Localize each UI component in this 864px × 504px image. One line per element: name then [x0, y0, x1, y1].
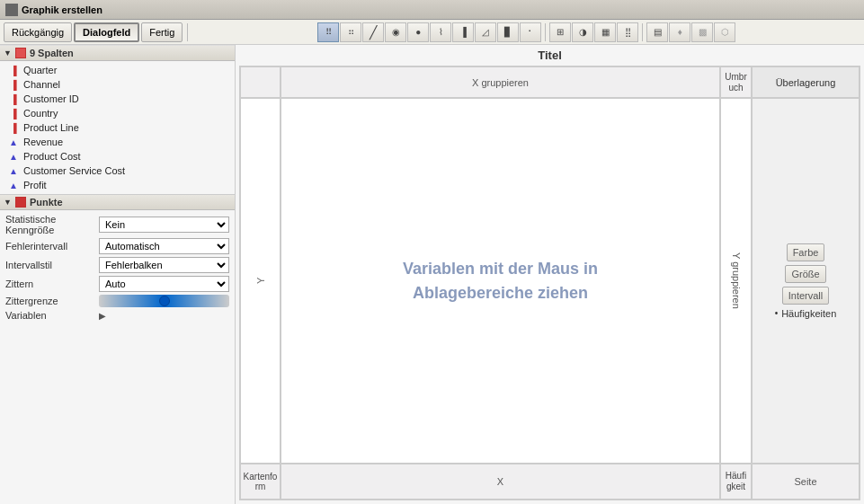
field-channel[interactable]: ▐ Channel — [0, 77, 235, 92]
haufigkeit-cell[interactable]: Häufigkeit — [720, 464, 752, 500]
triangle-icon-productcost: ▲ — [7, 150, 20, 163]
field-country[interactable]: ▐ Country — [0, 106, 235, 120]
x-cell[interactable]: X — [281, 464, 720, 500]
bar-icon-quarter: ▐ — [7, 64, 20, 76]
columns-icon — [15, 48, 26, 58]
field-customerid[interactable]: ▐ Customer ID — [0, 92, 235, 106]
triangle-icon-csc: ▲ — [7, 164, 20, 177]
seite-cell[interactable]: Seite — [752, 464, 860, 500]
treemap-icon[interactable]: ▦ — [594, 22, 616, 42]
toolbar: Rückgängig Dialogfeld Fertig ⠿ ⠶ ╱ ◉ ● ⌇… — [0, 20, 864, 45]
pie-icon[interactable]: ◉ — [385, 22, 406, 42]
variablen-row: Variablen ▶ — [5, 310, 229, 321]
variablen-arrow[interactable]: ▶ — [99, 311, 106, 321]
intervall-label: Intervallstil — [5, 260, 95, 270]
field-productline[interactable]: ▐ Product Line — [0, 120, 235, 135]
zittern-label: Zittern — [5, 279, 95, 289]
y-group-cell[interactable]: Y gruppieren — [720, 98, 752, 464]
field-quarter[interactable]: ▐ Quarter — [0, 63, 235, 77]
columns-section-header[interactable]: ▼ 9 Spalten — [0, 45, 235, 61]
filled-circle-icon[interactable]: ● — [407, 22, 429, 42]
pie2-icon[interactable]: ◑ — [572, 22, 593, 42]
left-panel: ▼ 9 Spalten ▐ Quarter ▐ Channel ▐ Custom… — [0, 45, 236, 504]
zittern-row: Zittern Auto — [5, 276, 229, 292]
dot-chart-icon[interactable]: ⠂ — [520, 22, 541, 42]
heatmap-icon[interactable]: ▩ — [691, 22, 713, 42]
scatter-chart-icon[interactable]: ⠿ — [317, 22, 339, 42]
color-button[interactable]: Farbe — [787, 243, 825, 261]
bar-icon-customerid: ▐ — [7, 93, 20, 105]
punkte-icon — [15, 197, 26, 208]
intervall-button[interactable]: Intervall — [782, 287, 830, 305]
zittergrenze-row: Zittergrenze — [5, 295, 229, 307]
field-revenue[interactable]: ▲ Revenue — [0, 135, 235, 149]
columns-arrow: ▼ — [4, 49, 12, 57]
fehler-label: Fehlerintervall — [5, 241, 95, 252]
variablen-label: Variablen — [5, 310, 95, 321]
umbruch-label: Umbruch — [725, 72, 746, 93]
kartenform-label: Kartenform — [244, 472, 278, 491]
field-profit-label: Profit — [23, 180, 47, 190]
back-button[interactable]: Rückgängig — [4, 22, 72, 42]
grid-icon[interactable]: ⊞ — [549, 22, 571, 42]
chart-grid: X gruppieren Umbruch Überlagerung Y Vari… — [239, 66, 860, 500]
app-icon — [5, 4, 18, 16]
window-title: Graphik erstellen — [22, 4, 102, 15]
zittern-select[interactable]: Auto — [99, 276, 229, 292]
right-options-cell: Farbe Größe Intervall • Häufigkeiten — [752, 98, 860, 464]
fehler-select[interactable]: Automatisch — [99, 238, 229, 254]
overlay-cell[interactable]: Überlagerung — [752, 66, 860, 98]
field-productcost[interactable]: ▲ Product Cost — [0, 149, 235, 164]
chart-title: Titel — [236, 45, 864, 66]
line-chart-icon[interactable]: ╱ — [362, 22, 384, 42]
zittergrenze-slider[interactable] — [99, 295, 229, 307]
punkte-label: Punkte — [30, 197, 63, 208]
scatter2-icon[interactable]: ⠶ — [340, 22, 361, 42]
done-button[interactable]: Fertig — [141, 22, 183, 42]
separator — [187, 23, 188, 41]
haufigkeiten-label: Häufigkeiten — [781, 308, 836, 319]
chart-type-toolbar: ⠿ ⠶ ╱ ◉ ● ⌇ ▐ ◿ ▊ ⠂ ⊞ ◑ ▦ ⣿ ▤ ♦ ▩ ⬡ — [192, 22, 860, 42]
field-list: ▐ Quarter ▐ Channel ▐ Customer ID ▐ Coun… — [0, 61, 235, 194]
right-panel: Titel X gruppieren Umbruch Überlagerung … — [236, 45, 864, 504]
punkte-section-header[interactable]: ▼ Punkte — [0, 194, 235, 210]
overlay-label: Überlagerung — [776, 77, 836, 88]
stat-select[interactable]: Kein — [99, 217, 229, 233]
field-customerservicecost-label: Customer Service Cost — [23, 165, 125, 176]
field-quarter-label: Quarter — [23, 65, 57, 75]
bar-icon-country: ▐ — [7, 107, 20, 119]
main-chart-area[interactable]: Variablen mit der Maus inAblagebereiche … — [281, 98, 720, 464]
haufigkeit-label: Häufigkeit — [726, 471, 746, 492]
bar-line-icon[interactable]: ⌇ — [430, 22, 451, 42]
intervall-select[interactable]: Fehlerbalken — [99, 257, 229, 273]
field-customerservicecost[interactable]: ▲ Customer Service Cost — [0, 164, 235, 178]
chart-title-text: Titel — [538, 49, 562, 62]
triangle-icon-profit: ▲ — [7, 179, 20, 191]
geographic-icon[interactable]: ⬡ — [714, 22, 735, 42]
separator2 — [545, 23, 546, 41]
intervall-row: Intervallstil Fehlerbalken — [5, 257, 229, 273]
bar-icon-productline: ▐ — [7, 121, 20, 134]
waffle-icon[interactable]: ⣿ — [617, 22, 638, 42]
umbruch-cell[interactable]: Umbruch — [720, 66, 752, 98]
stacked-bar-icon[interactable]: ▊ — [497, 22, 519, 42]
area-chart-icon[interactable]: ◿ — [475, 22, 496, 42]
field-revenue-label: Revenue — [23, 137, 63, 147]
bullet-icon: • — [775, 308, 779, 318]
y-label: Y — [255, 278, 266, 284]
kartenform-cell[interactable]: Kartenform — [240, 464, 281, 500]
punkte-arrow: ▼ — [4, 198, 12, 207]
bar-chart-icon[interactable]: ▐ — [452, 22, 474, 42]
size-button[interactable]: Größe — [785, 265, 825, 283]
triangle-icon-revenue: ▲ — [7, 136, 20, 148]
dialog-button[interactable]: Dialogfeld — [74, 22, 139, 42]
x-group-cell[interactable]: X gruppieren — [281, 66, 720, 98]
field-channel-label: Channel — [23, 79, 60, 90]
stat-row: Statistische Kenngröße Kein — [5, 214, 229, 235]
top-left-empty — [240, 66, 281, 98]
field-profit[interactable]: ▲ Profit — [0, 178, 235, 192]
map-icon[interactable]: ♦ — [669, 22, 690, 42]
zittergrenze-label: Zittergrenze — [5, 296, 95, 306]
table-icon[interactable]: ▤ — [646, 22, 668, 42]
y-label-cell[interactable]: Y — [240, 98, 281, 464]
